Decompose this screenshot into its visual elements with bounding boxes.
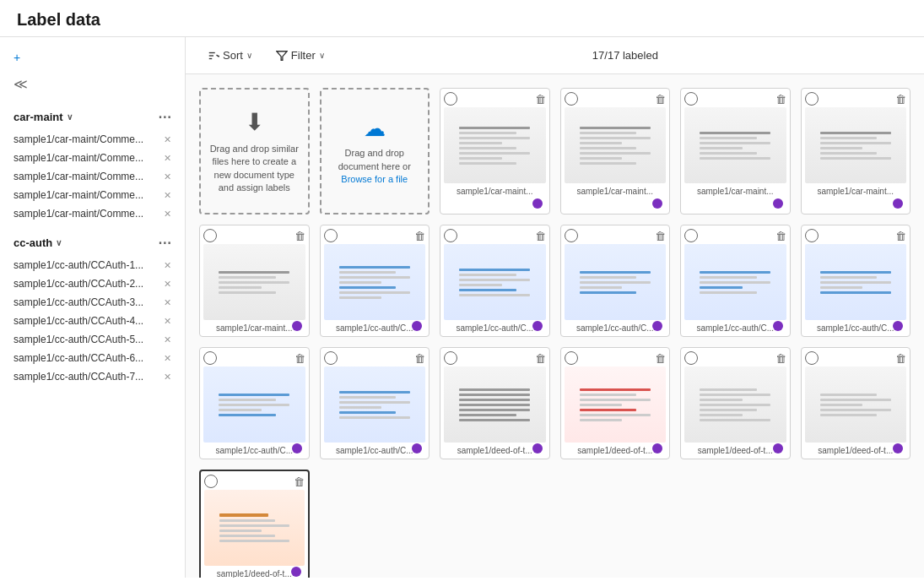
- labeled-dot: [773, 321, 783, 331]
- card-thumbnail: [203, 244, 305, 320]
- grid-card-cc-auth-2[interactable]: 🗑 sample1/cc-auth/C...: [440, 225, 550, 337]
- filter-button[interactable]: Filter ∨: [271, 46, 330, 65]
- close-icon[interactable]: ✕: [164, 279, 171, 290]
- list-item[interactable]: sample1/car-maint/Comme... ✕: [0, 130, 185, 149]
- close-icon[interactable]: ✕: [164, 260, 171, 271]
- grid-card-cc-auth-3[interactable]: 🗑 sample1/cc-auth/C...: [560, 225, 671, 337]
- grid-upload-card[interactable]: ☁ Drag and drop document here or Browse …: [320, 88, 430, 214]
- list-item[interactable]: sample1/car-maint/Comme... ✕: [0, 204, 185, 223]
- sidebar-upload-card[interactable]: ⬇ Drag and drop similar files here to cr…: [199, 88, 310, 214]
- card-checkbox[interactable]: [324, 351, 338, 365]
- card-checkbox[interactable]: [684, 229, 698, 242]
- card-checkbox[interactable]: [805, 351, 819, 365]
- delete-icon[interactable]: 🗑: [414, 230, 425, 242]
- grid-card-deed-2[interactable]: 🗑 sample1/deed: [440, 347, 550, 459]
- grid-card-car-maint-2[interactable]: 🗑: [560, 88, 671, 214]
- delete-icon[interactable]: 🗑: [895, 230, 906, 242]
- card-checkbox[interactable]: [805, 92, 819, 106]
- grid-card-deed-1[interactable]: 🗑 sample1/cc-auth/C...: [320, 347, 430, 459]
- close-icon[interactable]: ✕: [164, 134, 171, 145]
- labeled-count: 17/17 labeled: [343, 49, 907, 62]
- card-filename: sample1/car-maint...: [444, 187, 546, 196]
- grid-card-cc-auth-4[interactable]: 🗑 sample1/cc-auth/C...: [680, 225, 791, 337]
- grid-card-cc-auth-5[interactable]: 🗑 sample1/cc-auth/C...: [801, 225, 911, 337]
- grid-card-cc-auth-1[interactable]: 🗑 sample1/cc-a: [320, 225, 430, 337]
- browse-link[interactable]: Browse for a file: [341, 174, 408, 184]
- delete-icon[interactable]: 🗑: [775, 230, 786, 242]
- add-button[interactable]: +: [0, 44, 185, 71]
- delete-icon[interactable]: 🗑: [655, 93, 666, 106]
- close-icon[interactable]: ✕: [164, 190, 171, 201]
- card-thumbnail: [805, 244, 907, 320]
- grid-card-deed-6[interactable]: 🗑 sample1/deed-of-t...: [199, 470, 310, 578]
- grid-card-deed-3[interactable]: 🗑 sample1/deed: [560, 347, 671, 459]
- card-checkbox[interactable]: [805, 229, 819, 242]
- close-icon[interactable]: ✕: [164, 316, 171, 327]
- list-item[interactable]: sample1/cc-auth/CCAuth-3... ✕: [0, 293, 185, 312]
- grid-card-car-maint-1[interactable]: 🗑: [440, 88, 550, 214]
- list-item[interactable]: sample1/cc-auth/CCAuth-4... ✕: [0, 312, 185, 330]
- delete-icon[interactable]: 🗑: [294, 475, 305, 488]
- close-icon[interactable]: ✕: [164, 171, 171, 182]
- close-icon[interactable]: ✕: [164, 153, 171, 164]
- list-item[interactable]: sample1/cc-auth/CCAuth-2... ✕: [0, 274, 185, 293]
- card-filename: sample1/cc-auth/C...: [805, 323, 907, 333]
- card-filename: sample1/deed-of-t...: [444, 446, 546, 455]
- card-checkbox[interactable]: [684, 351, 698, 365]
- delete-icon[interactable]: 🗑: [655, 230, 666, 242]
- list-item[interactable]: sample1/car-maint/Comme... ✕: [0, 149, 185, 167]
- collapse-button[interactable]: ≪: [0, 71, 185, 97]
- card-checkbox[interactable]: [565, 229, 578, 242]
- grid-card-deed-4[interactable]: 🗑 sample1/deed: [680, 347, 791, 459]
- delete-icon[interactable]: 🗑: [414, 352, 425, 365]
- close-icon[interactable]: ✕: [164, 334, 171, 345]
- sidebar-section-car-maint-menu[interactable]: ⋯: [158, 109, 171, 125]
- card-thumbnail: [204, 490, 305, 566]
- card-checkbox[interactable]: [444, 229, 457, 242]
- delete-icon[interactable]: 🗑: [775, 352, 786, 365]
- grid-card-deed-5[interactable]: 🗑 sample1/deed-of-t...: [801, 347, 911, 459]
- delete-icon[interactable]: 🗑: [535, 93, 546, 106]
- delete-icon[interactable]: 🗑: [655, 352, 666, 365]
- close-icon[interactable]: ✕: [164, 353, 171, 364]
- list-item[interactable]: sample1/car-maint/Comme... ✕: [0, 186, 185, 204]
- delete-icon[interactable]: 🗑: [895, 93, 906, 106]
- grid-card-cc-auth-6[interactable]: 🗑 sample1/cc-auth/C...: [199, 347, 310, 459]
- grid-card-car-maint-5[interactable]: 🗑 sample1/car-maint...: [199, 225, 310, 337]
- card-checkbox[interactable]: [444, 92, 457, 106]
- sort-button[interactable]: Sort ∨: [203, 46, 257, 65]
- card-checkbox[interactable]: [565, 351, 578, 365]
- card-checkbox[interactable]: [203, 229, 217, 242]
- delete-icon[interactable]: 🗑: [775, 93, 786, 106]
- card-thumbnail: [805, 367, 907, 443]
- close-icon[interactable]: ✕: [164, 209, 171, 220]
- sidebar-section-cc-auth: cc-auth ∨ ⋯ sample1/cc-auth/CCAuth-1... …: [0, 230, 185, 386]
- card-checkbox[interactable]: [565, 92, 578, 106]
- list-item[interactable]: sample1/cc-auth/CCAuth-1... ✕: [0, 256, 185, 274]
- list-item[interactable]: sample1/car-maint/Comme... ✕: [0, 167, 185, 186]
- labeled-dot: [532, 198, 543, 209]
- card-checkbox[interactable]: [684, 92, 698, 106]
- sort-icon: [208, 50, 219, 62]
- card-thumbnail: [324, 244, 426, 320]
- grid-card-car-maint-4[interactable]: 🗑 sample1/car-maint...: [801, 88, 911, 214]
- card-checkbox[interactable]: [444, 351, 457, 365]
- close-icon[interactable]: ✕: [164, 372, 171, 383]
- card-checkbox[interactable]: [204, 475, 218, 488]
- delete-icon[interactable]: 🗑: [294, 352, 305, 365]
- list-item[interactable]: sample1/cc-auth/CCAuth-7... ✕: [0, 367, 185, 386]
- sidebar-section-cc-auth-menu[interactable]: ⋯: [158, 235, 171, 251]
- sidebar-section-car-maint-toggle[interactable]: car-maint ∨: [14, 111, 73, 123]
- sidebar-section-cc-auth-toggle[interactable]: cc-auth ∨: [14, 236, 62, 249]
- card-checkbox[interactable]: [324, 229, 338, 242]
- list-item[interactable]: sample1/cc-auth/CCAuth-5... ✕: [0, 330, 185, 349]
- delete-icon[interactable]: 🗑: [294, 230, 305, 242]
- card-checkbox[interactable]: [203, 351, 217, 365]
- close-icon[interactable]: ✕: [164, 297, 171, 308]
- delete-icon[interactable]: 🗑: [535, 230, 546, 242]
- list-item[interactable]: sample1/cc-auth/CCAuth-6... ✕: [0, 349, 185, 367]
- grid-card-car-maint-3[interactable]: 🗑 sample1/car-maint...: [680, 88, 791, 214]
- delete-icon[interactable]: 🗑: [535, 352, 546, 365]
- card-thumbnail: [805, 107, 907, 183]
- delete-icon[interactable]: 🗑: [895, 352, 906, 365]
